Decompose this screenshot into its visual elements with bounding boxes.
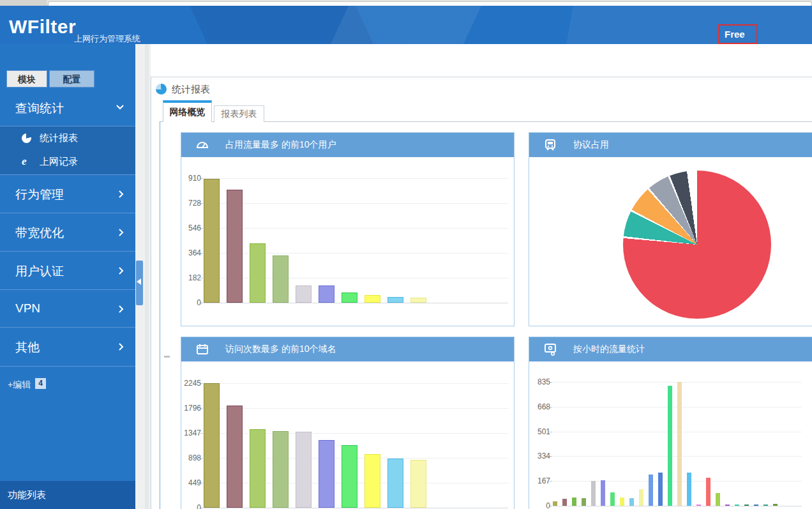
ie-browser-icon: e: [22, 155, 33, 167]
bar: [725, 505, 730, 506]
tick-label: 0: [529, 501, 550, 509]
pie-chart-icon: [22, 133, 31, 143]
bar: [773, 504, 778, 506]
bar: [319, 285, 335, 303]
page-title: 统计报表: [172, 84, 210, 96]
gauge-icon: [195, 138, 209, 152]
sidebar-group-other[interactable]: 其他: [0, 327, 135, 366]
bar: [610, 492, 615, 506]
calendar-icon: [195, 342, 209, 356]
tick-label: 1796: [179, 404, 201, 413]
sidebar-group-label: 行为管理: [15, 186, 64, 203]
bar: [342, 445, 357, 508]
chevron-right-icon: [119, 305, 124, 313]
content-left-border: [151, 77, 151, 509]
sidebar-collapse-handle[interactable]: [136, 261, 143, 305]
sidebar-item-label: 上网记录: [40, 156, 78, 168]
tick-label: 0: [179, 298, 201, 307]
scrollbar-track[interactable]: [145, 44, 149, 509]
panel-header: 按小时的流量统计: [529, 337, 812, 361]
bar: [204, 179, 220, 303]
bar: [687, 473, 691, 506]
edit-link[interactable]: +编辑: [8, 379, 31, 391]
sidebar-item-report[interactable]: 统计报表: [0, 126, 135, 150]
gridline: [204, 228, 508, 229]
panel-header: 访问次数最多 的前10个域名: [181, 337, 514, 361]
bar: [387, 459, 403, 508]
tick-label: 2245: [179, 379, 201, 388]
tick-label: 449: [179, 478, 201, 487]
bar: [658, 473, 663, 506]
tab-network-overview[interactable]: 网络概览: [163, 100, 212, 122]
sidebar-group-label: VPN: [15, 301, 40, 315]
collapse-arrow-icon: [137, 278, 141, 285]
terminal-icon: [543, 342, 557, 356]
bar: [582, 498, 586, 506]
sidebar-group-bandwidth[interactable]: 带宽优化: [0, 213, 135, 251]
wfilter-dashboard: WFilter 上网行为管理系统 Free 模块 配置 查询统计 统计报表 e …: [0, 0, 812, 509]
sidebar-tab-config[interactable]: 配置: [49, 70, 94, 87]
tick-label: 835: [529, 377, 550, 386]
tick-label: 0: [179, 503, 201, 509]
chevron-right-icon: [119, 343, 124, 351]
sidebar-edit-row: +编辑 4: [0, 366, 135, 402]
sidebar-item-web-records[interactable]: e 上网记录: [0, 150, 135, 174]
app-subtitle: 上网行为管理系统: [74, 33, 140, 44]
tick-label: 898: [179, 453, 201, 462]
bar-chart-top-users: 0182364546728910: [204, 178, 508, 303]
panel-collapse-dash[interactable]: [164, 356, 170, 358]
bar: [365, 295, 380, 303]
content-top-border: [151, 77, 812, 77]
bar: [735, 505, 739, 506]
bar: [716, 493, 720, 506]
robot-icon: [543, 138, 557, 152]
chevron-right-icon: [119, 229, 124, 236]
sidebar-group-vpn[interactable]: VPN: [0, 289, 135, 328]
bar: [227, 190, 243, 303]
bar: [763, 505, 768, 506]
bar: [250, 429, 266, 508]
tick-label: 501: [529, 427, 550, 436]
app-logo: WFilter: [9, 16, 76, 38]
bar: [227, 406, 243, 508]
pie-chart-protocols: [623, 171, 771, 319]
sidebar-group-label: 带宽优化: [15, 225, 64, 241]
chevron-right-icon: [119, 267, 124, 275]
bar: [410, 298, 426, 303]
panel-header: 协议占用: [529, 133, 812, 157]
bar: [204, 383, 220, 508]
bar: [365, 454, 380, 508]
gridline: [553, 506, 802, 506]
sidebar-footer[interactable]: 功能列表: [0, 481, 135, 509]
panel-protocols: 协议占用: [529, 132, 812, 326]
tick-label: 182: [179, 273, 201, 282]
panel-title: 占用流量最多 的前10个用户: [225, 139, 336, 151]
bar: [677, 382, 682, 506]
bar: [572, 498, 576, 506]
bar: [553, 501, 557, 506]
license-badge[interactable]: Free: [725, 29, 745, 40]
report-pie-icon: [156, 84, 167, 95]
bar: [744, 505, 749, 506]
panel-title: 访问次数最多 的前10个域名: [225, 344, 336, 355]
panel-header: 占用流量最多 的前10个用户: [181, 133, 514, 157]
bar: [273, 255, 289, 303]
bar-chart-top-domains: 0449898134717962245: [204, 383, 508, 508]
browser-tab-stub[interactable]: [0, 0, 47, 6]
bar: [562, 499, 567, 506]
bar: [342, 292, 357, 303]
bar: [591, 481, 596, 506]
bar: [296, 285, 312, 303]
tick-label: 1347: [179, 429, 201, 437]
bar: [629, 498, 634, 506]
browser-edge-strip: [0, 0, 812, 6]
sidebar-group-auth[interactable]: 用户认证: [0, 251, 135, 289]
sidebar-group-query-stats[interactable]: 查询统计: [0, 89, 135, 126]
tick-label: 546: [179, 224, 201, 232]
sidebar-group-behavior[interactable]: 行为管理: [0, 174, 135, 213]
sidebar-item-label: 统计报表: [40, 132, 78, 144]
bar: [649, 475, 653, 506]
sidebar-tab-modules[interactable]: 模块: [6, 70, 47, 87]
panel-hourly-traffic: 按小时的流量统计 0167334501668835: [529, 337, 812, 509]
tab-report-list[interactable]: 报表列表: [214, 105, 264, 122]
